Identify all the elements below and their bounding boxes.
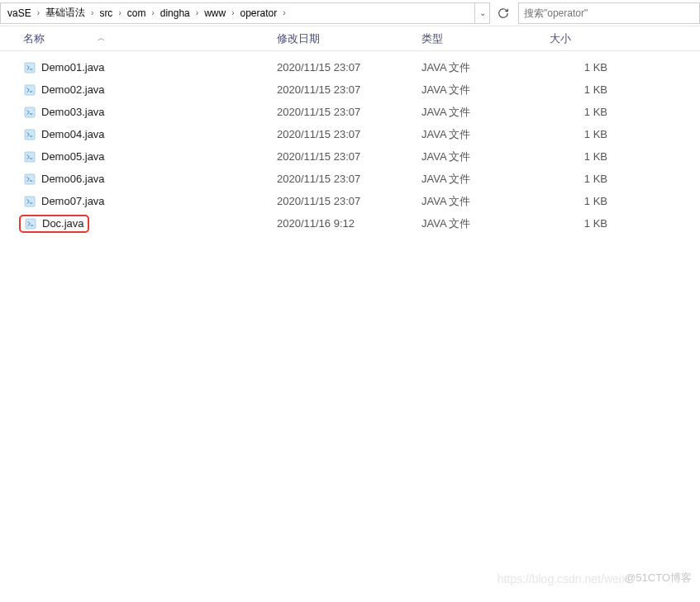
file-row[interactable]: Demo03.java2020/11/15 23:07JAVA 文件1 KB — [0, 101, 700, 123]
file-row[interactable]: Doc.java2020/11/16 9:12JAVA 文件1 KB — [0, 212, 700, 235]
java-file-icon — [23, 150, 36, 164]
watermark-csdn: https://blog.csdn.net/weixi — [498, 572, 630, 585]
breadcrumb-item[interactable]: operator — [236, 7, 280, 19]
file-date-cell: 2020/11/15 23:07 — [277, 128, 421, 140]
java-file-icon — [23, 83, 36, 97]
file-size-cell: 1 KB — [550, 106, 632, 118]
breadcrumb-item[interactable]: 基础语法 — [42, 6, 88, 20]
file-name-cell: Demo07.java — [23, 195, 277, 208]
file-name-label: Demo05.java — [41, 150, 105, 163]
file-name-label: Demo06.java — [41, 173, 105, 185]
search-input[interactable] — [524, 7, 694, 19]
file-name-highlight: Doc.java — [19, 215, 89, 233]
file-name-cell: Demo05.java — [23, 150, 277, 164]
chevron-right-icon: › — [35, 8, 42, 17]
breadcrumb-item[interactable]: www — [201, 7, 229, 19]
file-date-cell: 2020/11/15 23:07 — [277, 173, 421, 185]
file-name-cell: Demo02.java — [23, 83, 277, 97]
file-name-label: Demo03.java — [41, 106, 105, 118]
column-date-label: 修改日期 — [277, 32, 320, 45]
java-file-icon — [23, 128, 36, 141]
java-file-icon — [23, 106, 36, 119]
file-type-cell: JAVA 文件 — [421, 172, 550, 187]
breadcrumb-item[interactable]: src — [96, 7, 116, 19]
file-type-cell: JAVA 文件 — [421, 194, 550, 209]
file-name-label: Demo01.java — [41, 61, 105, 73]
file-type-cell: JAVA 文件 — [421, 127, 550, 142]
file-name-label: Demo07.java — [41, 195, 105, 207]
file-size-cell: 1 KB — [550, 83, 632, 96]
file-size-cell: 1 KB — [550, 195, 632, 207]
file-name-cell: Demo06.java — [23, 173, 277, 186]
file-row[interactable]: Demo04.java2020/11/15 23:07JAVA 文件1 KB — [0, 123, 700, 145]
address-toolbar: vaSE›基础语法›src›com›dingha›www›operator› ⌄ — [0, 0, 700, 26]
file-name-cell: Demo04.java — [23, 128, 277, 141]
file-date-cell: 2020/11/15 23:07 — [277, 195, 421, 207]
file-row[interactable]: Demo07.java2020/11/15 23:07JAVA 文件1 KB — [0, 190, 700, 212]
breadcrumb-item[interactable]: vaSE — [4, 7, 35, 19]
chevron-right-icon: › — [280, 8, 288, 17]
file-list: Demo01.java2020/11/15 23:07JAVA 文件1 KBDe… — [0, 51, 700, 235]
file-date-cell: 2020/11/15 23:07 — [277, 106, 421, 118]
column-header-type[interactable]: 类型 — [421, 31, 550, 46]
java-file-icon — [23, 61, 36, 74]
file-type-cell: JAVA 文件 — [421, 60, 550, 75]
file-row[interactable]: Demo02.java2020/11/15 23:07JAVA 文件1 KB — [0, 78, 700, 101]
watermark-51cto: @51CTO博客 — [625, 571, 692, 585]
file-name-cell: Demo03.java — [23, 106, 277, 119]
file-name-cell: Demo01.java — [23, 61, 277, 74]
column-header-size[interactable]: 大小 — [550, 31, 632, 46]
file-date-cell: 2020/11/15 23:07 — [277, 83, 421, 96]
breadcrumb-end: ⌄ — [474, 3, 489, 23]
java-file-icon — [23, 195, 36, 208]
column-header-date[interactable]: 修改日期 — [277, 31, 421, 46]
file-name-label: Doc.java — [42, 217, 84, 230]
column-type-label: 类型 — [421, 32, 443, 45]
file-date-cell: 2020/11/16 9:12 — [277, 217, 421, 230]
file-type-cell: JAVA 文件 — [421, 216, 550, 231]
file-row[interactable]: Demo05.java2020/11/15 23:07JAVA 文件1 KB — [0, 145, 700, 168]
file-size-cell: 1 KB — [550, 61, 632, 73]
file-size-cell: 1 KB — [550, 217, 632, 230]
refresh-button[interactable] — [492, 2, 515, 24]
file-date-cell: 2020/11/15 23:07 — [277, 61, 421, 73]
chevron-right-icon: › — [149, 8, 156, 17]
sort-indicator-icon: ︿ — [98, 33, 105, 44]
breadcrumb-item[interactable]: com — [124, 7, 150, 19]
file-date-cell: 2020/11/15 23:07 — [277, 150, 421, 163]
file-size-cell: 1 KB — [550, 173, 632, 185]
file-name-label: Demo02.java — [41, 83, 105, 96]
breadcrumb-item[interactable]: dingha — [157, 7, 193, 19]
breadcrumb[interactable]: vaSE›基础语法›src›com›dingha›www›operator› ⌄ — [0, 2, 490, 24]
column-header-name[interactable]: 名称 ︿ — [23, 31, 277, 46]
file-row[interactable]: Demo01.java2020/11/15 23:07JAVA 文件1 KB — [0, 56, 700, 78]
chevron-down-icon: ⌄ — [479, 8, 486, 17]
chevron-right-icon: › — [116, 8, 123, 17]
java-file-icon — [24, 217, 37, 230]
file-type-cell: JAVA 文件 — [421, 105, 550, 120]
file-name-cell: Doc.java — [23, 215, 277, 233]
chevron-right-icon: › — [193, 8, 201, 17]
file-type-cell: JAVA 文件 — [421, 83, 550, 97]
java-file-icon — [23, 173, 36, 186]
columns-header: 名称 ︿ 修改日期 类型 大小 — [0, 26, 700, 51]
chevron-right-icon: › — [229, 8, 236, 17]
file-size-cell: 1 KB — [550, 150, 632, 163]
column-name-label: 名称 — [23, 31, 45, 46]
search-box[interactable] — [518, 2, 700, 24]
column-size-label: 大小 — [550, 32, 571, 45]
file-size-cell: 1 KB — [550, 128, 632, 140]
refresh-icon — [498, 7, 509, 19]
breadcrumb-dropdown[interactable]: ⌄ — [474, 3, 489, 23]
file-name-label: Demo04.java — [41, 128, 105, 140]
chevron-right-icon: › — [88, 8, 96, 17]
file-type-cell: JAVA 文件 — [421, 149, 550, 164]
file-row[interactable]: Demo06.java2020/11/15 23:07JAVA 文件1 KB — [0, 168, 700, 190]
